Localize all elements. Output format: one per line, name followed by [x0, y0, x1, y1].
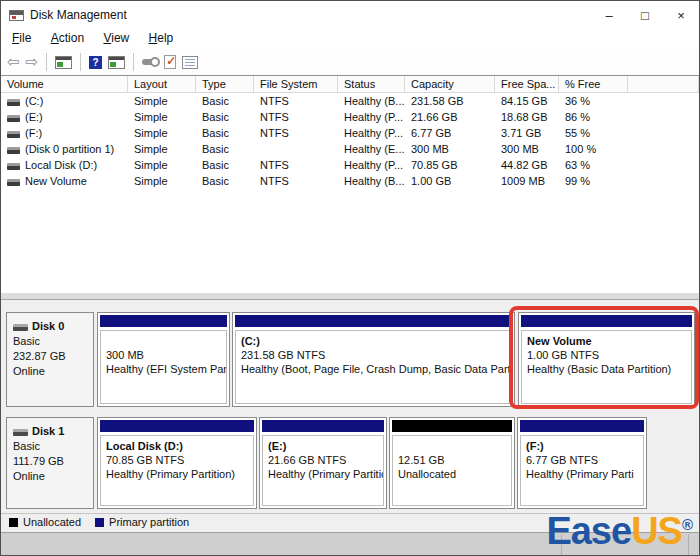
disk-type: Basic — [13, 439, 91, 454]
partition-color-bar — [262, 420, 384, 432]
partition-f[interactable]: (F:) 6.77 GB NTFS Healthy (Primary Parti — [517, 417, 647, 509]
column-header-volume[interactable]: Volume — [1, 76, 128, 92]
primary-partition-swatch-icon — [95, 518, 104, 527]
title-bar: Disk Management – □ × — [1, 1, 699, 29]
app-icon — [9, 10, 24, 21]
maximize-button[interactable]: □ — [627, 1, 663, 29]
legend-item-primary-partition: Primary partition — [95, 516, 189, 528]
disk-type: Basic — [13, 334, 91, 349]
column-header-file-system[interactable]: File System — [254, 76, 338, 92]
partition-color-bar — [235, 315, 512, 327]
column-header-free-space[interactable]: Free Spa... — [495, 76, 559, 92]
toolbar-separator — [80, 53, 81, 71]
console-tree-icon[interactable] — [55, 56, 72, 69]
disk-0-label[interactable]: Disk 0 Basic 232.87 GB Online — [6, 312, 94, 407]
partition-color-bar — [100, 420, 254, 432]
table-row[interactable]: (Disk 0 partition 1) Simple Basic Health… — [1, 141, 699, 157]
help-icon[interactable]: ? — [89, 56, 102, 69]
disk-management-window: Disk Management – □ × File Action View H… — [0, 0, 700, 556]
toolbar-separator — [46, 53, 47, 71]
table-row[interactable]: (C:) Simple Basic NTFS Healthy (B... 231… — [1, 93, 699, 109]
pane-splitter[interactable] — [1, 293, 699, 300]
action-pane-icon[interactable] — [108, 56, 125, 69]
volume-icon — [7, 99, 20, 106]
properties-list-icon[interactable] — [182, 56, 198, 69]
disk-1-row: Disk 1 Basic 111.79 GB Online Local Disk… — [6, 417, 698, 509]
partition-color-bar — [100, 315, 227, 327]
column-header-filler — [628, 76, 699, 92]
minimize-button[interactable]: – — [591, 1, 627, 29]
column-header-pct-free[interactable]: % Free — [559, 76, 628, 92]
menu-bar: File Action View Help — [1, 29, 699, 49]
table-row[interactable]: Local Disk (D:) Simple Basic NTFS Health… — [1, 157, 699, 173]
partition-color-bar — [392, 420, 512, 432]
volume-list-header: Volume Layout Type File System Status Ca… — [1, 76, 699, 93]
partition-color-bar — [521, 315, 692, 327]
column-header-type[interactable]: Type — [196, 76, 254, 92]
volume-icon — [7, 147, 20, 154]
partition-efi[interactable]: 300 MB Healthy (EFI System Part — [97, 312, 230, 407]
partition-d[interactable]: Local Disk (D:) 70.85 GB NTFS Healthy (P… — [97, 417, 257, 509]
disk-0-row: Disk 0 Basic 232.87 GB Online 300 MB Hea… — [6, 312, 698, 407]
window-title: Disk Management — [30, 8, 127, 22]
disk-icon — [13, 324, 28, 331]
unallocated-swatch-icon — [9, 518, 18, 527]
close-button[interactable]: × — [663, 1, 699, 29]
volume-list: Volume Layout Type File System Status Ca… — [1, 76, 699, 293]
partition-color-bar — [520, 420, 644, 432]
disk-size: 111.79 GB — [13, 454, 91, 469]
disk-size: 232.87 GB — [13, 349, 91, 364]
table-row[interactable]: New Volume Simple Basic NTFS Healthy (B.… — [1, 173, 699, 189]
table-row[interactable]: (E:) Simple Basic NTFS Healthy (P... 21.… — [1, 109, 699, 125]
forward-icon[interactable]: ⇨ — [26, 54, 39, 70]
easeus-logo: EaseUS® — [546, 505, 693, 551]
partition-unallocated[interactable]: 12.51 GB Unallocated — [389, 417, 515, 509]
column-header-layout[interactable]: Layout — [128, 76, 196, 92]
partition-c[interactable]: (C:) 231.58 GB NTFS Healthy (Boot, Page … — [232, 312, 515, 407]
menu-action[interactable]: Action — [43, 29, 92, 47]
toolbar: ⇦ ⇨ ? ✓ — [1, 49, 699, 76]
back-icon[interactable]: ⇦ — [7, 54, 20, 70]
disk-tool-icon[interactable] — [142, 59, 156, 65]
table-row[interactable]: (F:) Simple Basic NTFS Healthy (P... 6.7… — [1, 125, 699, 141]
disk-status: Online — [13, 364, 91, 379]
partition-e[interactable]: (E:) 21.66 GB NTFS Healthy (Primary Part… — [259, 417, 387, 509]
disk-status: Online — [13, 469, 91, 484]
menu-help[interactable]: Help — [141, 29, 182, 47]
disk-icon — [13, 429, 28, 436]
volume-icon — [7, 163, 20, 170]
column-header-status[interactable]: Status — [338, 76, 405, 92]
partition-new-volume[interactable]: New Volume 1.00 GB NTFS Healthy (Basic D… — [518, 312, 695, 407]
volume-icon — [7, 131, 20, 138]
menu-view[interactable]: View — [95, 29, 137, 47]
menu-file[interactable]: File — [4, 29, 39, 47]
legend-item-unallocated: Unallocated — [9, 516, 81, 528]
legend: Unallocated Primary partition — [9, 516, 189, 528]
toolbar-separator — [133, 53, 134, 71]
check-document-icon[interactable]: ✓ — [164, 55, 176, 69]
column-header-capacity[interactable]: Capacity — [405, 76, 495, 92]
volume-icon — [7, 115, 20, 122]
volume-icon — [7, 179, 20, 186]
disk-1-label[interactable]: Disk 1 Basic 111.79 GB Online — [6, 417, 94, 509]
